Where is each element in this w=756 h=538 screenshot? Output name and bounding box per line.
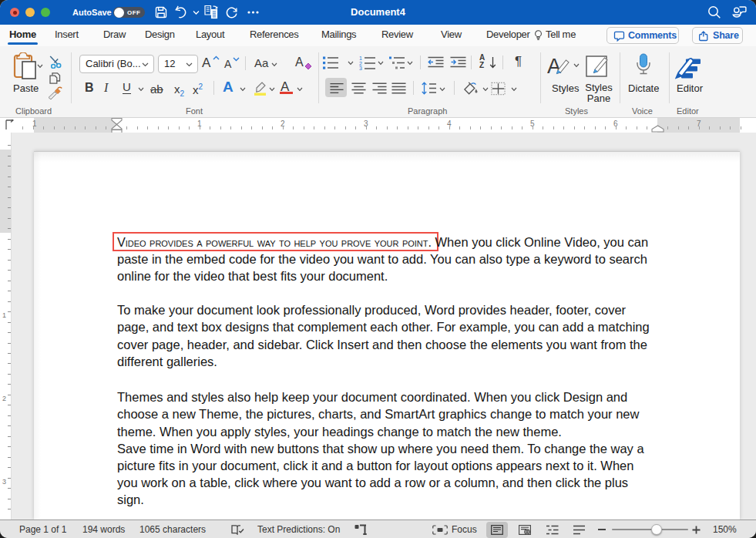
svg-text:A: A (547, 55, 561, 78)
svg-text:3: 3 (359, 66, 362, 70)
svg-text:1: 1 (359, 55, 362, 61)
